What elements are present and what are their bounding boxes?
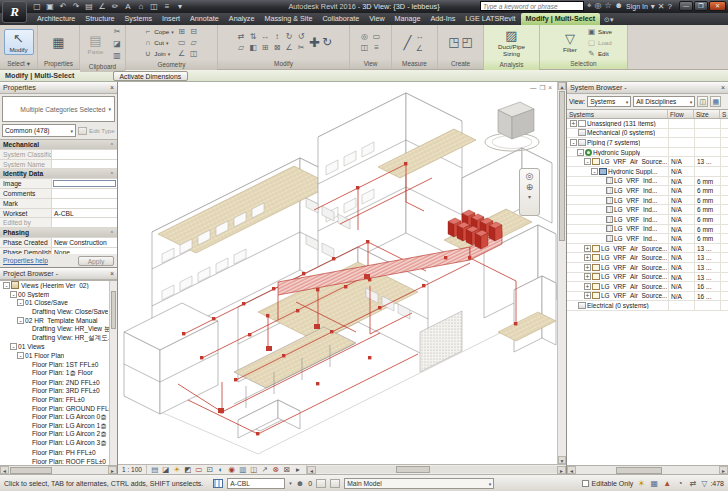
tree-item[interactable]: Floor Plan: LG Aircon 0층 [0,413,117,422]
relinquish-icon[interactable] [316,479,326,488]
system-row[interactable]: Electrical (0 systems) [567,301,728,311]
property-row[interactable]: Identity Data [0,169,117,179]
column-settings-icon[interactable]: ▦ [710,96,721,107]
array-icon[interactable]: ◧ [247,42,259,53]
measure-angle-icon[interactable]: ∠ [413,43,425,54]
thin-lines-icon[interactable]: ≡ [162,1,172,12]
view-cube[interactable] [482,94,542,158]
align-icon[interactable]: ⇄ [235,31,247,42]
tree-expander[interactable] [24,449,31,456]
tree-item[interactable]: Floor Plan: 2ND FFL±0 [0,378,117,387]
tree-expander[interactable] [570,129,577,136]
edit-selection-button[interactable]: ✎Edit [587,48,612,58]
tree-item[interactable]: Drafting View: Close/Save [0,307,117,316]
visual-style-icon[interactable]: ◪ [161,465,171,474]
tree-item[interactable]: Floor Plan: LG Aircon 2층 [0,431,117,440]
search-icon[interactable]: ⌖ [587,1,592,11]
property-row[interactable]: Edited by [0,218,117,228]
rotate-tool-icon[interactable]: ↻ [322,35,332,49]
view-filter-combo[interactable]: Systems▾ [587,96,631,107]
tree-item[interactable]: Floor Plan: LG Aircon 1층 [0,422,117,431]
selection-filter-icon[interactable]: ▽ [701,479,707,488]
navigation-bar[interactable]: ◎ ⊕ ▾ [519,168,540,216]
tree-expander[interactable] [24,405,31,412]
property-value[interactable] [52,218,117,227]
match-type-icon[interactable]: ▥ [111,50,123,61]
join-options-icon[interactable]: ⊞ [176,26,188,37]
move-icon[interactable]: ✚ [309,35,320,50]
tree-expander[interactable]: - [17,352,24,359]
tree-expander[interactable]: + [584,254,591,261]
scale-icon[interactable]: ⊞ [259,42,271,53]
tree-expander[interactable] [24,396,31,403]
scroll-left-icon[interactable]: ◄ [0,466,9,474]
ribbon-tab[interactable]: Analyze [224,13,260,25]
worksharing-display-icon[interactable]: ▥ [238,465,248,474]
text-icon[interactable]: A [123,1,133,12]
design-options-icon[interactable]: ⇄ [688,479,698,488]
detail-level-icon[interactable]: ▤ [150,465,160,474]
column-size[interactable]: Size [694,110,720,118]
ribbon-tab[interactable]: Manage [390,13,426,25]
property-row[interactable]: System Classificati... [0,150,117,160]
tree-expander[interactable]: - [17,317,24,324]
show-crop-region-icon[interactable]: ⊡ [205,465,215,474]
tree-item[interactable]: - 02 HR_Template Manual [0,316,117,325]
scroll-right-icon[interactable]: ► [108,466,117,474]
cut-to-clipboard-icon[interactable]: ✂ [111,26,123,37]
communication-center-icon[interactable]: ◎ [594,1,601,11]
editing-requests-icon[interactable]: ☻ [296,479,304,488]
canvas-vscrollbar[interactable]: ▲ ▼ [557,82,566,464]
property-value[interactable] [52,160,117,169]
ribbon-tab[interactable]: Architecture [32,13,80,25]
property-value[interactable]: New Construction [52,238,117,247]
restore-button[interactable]: ❒ [694,1,708,11]
load-selection-button[interactable]: ▢Load [587,37,612,47]
hscroll-left-icon[interactable]: ◄ [307,466,316,474]
override-graphics-icon[interactable]: ◫ [359,42,371,53]
system-row[interactable]: LG_VRF_Ind... N/A 6 mm [567,186,728,196]
project-browser-header[interactable]: Project Browser - × [0,268,117,280]
tree-item[interactable]: - 00 System [0,290,117,299]
property-row[interactable]: Phasing [0,228,117,238]
cope-button[interactable]: ⌐Cope▾ [143,27,173,37]
system-browser-header[interactable]: System Browser - × [567,82,728,94]
angle-icon[interactable]: ∠ [176,48,188,59]
project-browser-hscrollbar[interactable]: ◄ ► [0,465,117,474]
instance-filter-combo[interactable]: Common (478)▾ [2,124,76,137]
panel-label-selection[interactable]: Selection [540,59,627,69]
system-row[interactable]: + LG_VRF_Air_Source... N/A 16 ... [567,292,728,302]
extend-icon[interactable]: ↕ [271,31,283,42]
measure-icon[interactable]: ∠ [97,1,107,12]
measure-line-icon[interactable]: ╱ [404,35,412,50]
panel-label-select[interactable]: Select ▾ [0,59,37,69]
system-row[interactable]: + LG_VRF_Air_Source... N/A 13 ... [567,253,728,263]
undo-icon[interactable]: ↶ [58,1,68,12]
scroll-left-icon[interactable]: ◄ [567,466,576,474]
column-flow[interactable]: Flow [668,110,694,118]
cut-button[interactable]: ∩Cut▾ [143,38,173,48]
synchronize-icon[interactable] [330,479,340,488]
worksets-icon[interactable] [213,479,223,488]
join-button[interactable]: ∪Join▾ [143,49,173,59]
reveal-hidden-elements-icon[interactable]: ◉ [227,465,237,474]
more-controls-icon[interactable]: ▸ [293,465,303,474]
tree-expander[interactable] [598,216,605,223]
tree-expander[interactable]: - [3,282,10,289]
property-value[interactable]: A-CBL [52,209,117,218]
property-row[interactable]: Mechanical [0,140,117,150]
tree-expander[interactable] [598,235,605,242]
tree-item[interactable]: Floor Plan: ROOF FSL±0 [0,457,117,465]
ribbon-tab[interactable]: Massing & Site [259,13,317,25]
system-row[interactable]: - Hydronic Suppl... N/A [567,167,728,177]
edit-type-button[interactable]: Edit Type [78,124,115,137]
selection-toggle-icon[interactable]: ⊠ [282,465,292,474]
modify-button[interactable]: ↖ Modify [4,29,34,55]
steering-wheel-icon[interactable]: ◎ [526,171,534,181]
panel-label-measure[interactable]: Measure [392,59,437,69]
render-icon[interactable]: ◎ [359,31,371,42]
help-icon[interactable]: ? [668,2,672,11]
panel-label-geometry[interactable]: Geometry [126,60,217,70]
property-value[interactable] [52,189,117,198]
panel-label-analysis[interactable]: Analysis [484,60,539,70]
